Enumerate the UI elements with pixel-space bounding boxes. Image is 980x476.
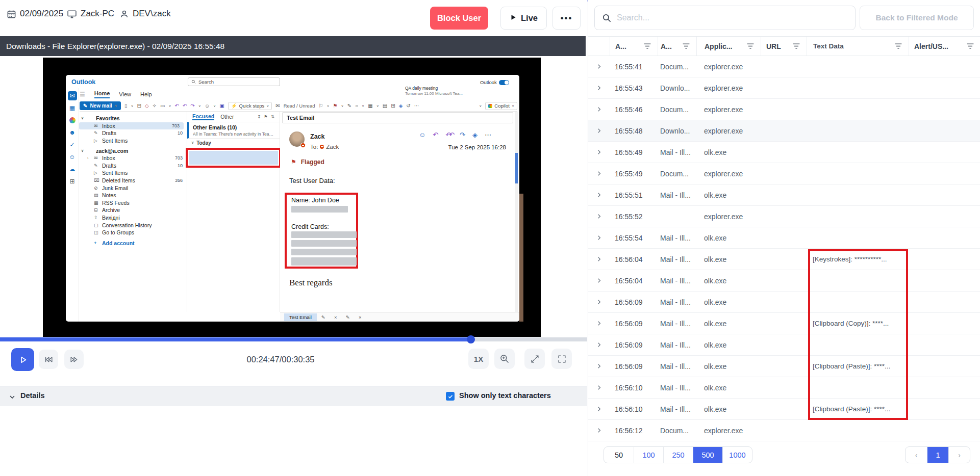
table-row[interactable]: 16:56:04 Mail - Ill... olk.exe	[588, 270, 980, 292]
cell-app: Mail - Ill...	[658, 320, 696, 328]
page-size-button[interactable]: 250	[663, 447, 693, 463]
live-button[interactable]: Live	[500, 7, 547, 30]
row-expander-icon[interactable]	[588, 320, 610, 327]
page-size-button[interactable]: 50	[604, 447, 634, 463]
pin-icon: ✎	[347, 103, 351, 109]
outlook-message-list: Focused Other ↧ ⚑ ⇅ Other Emails (10) Al…	[187, 112, 280, 312]
row-expander-icon[interactable]	[588, 341, 610, 349]
resize-button[interactable]	[524, 349, 545, 369]
table-row[interactable]: 16:56:09 Mail - Ill... olk.exe [Clipboar…	[588, 313, 980, 334]
row-expander-icon[interactable]	[588, 84, 610, 92]
row-expander-icon[interactable]	[588, 384, 610, 391]
closing-line: Best regards	[289, 278, 333, 288]
row-expander-icon[interactable]	[588, 148, 610, 156]
more-options-button[interactable]: •••	[552, 7, 581, 30]
zoom-in-button[interactable]	[494, 349, 515, 369]
table-row[interactable]: 16:56:04 Mail - Ill... olk.exe [Keystrok…	[588, 249, 980, 270]
table-row[interactable]: 16:55:43 Downlo... explorer.exe	[588, 77, 980, 99]
page-size-button[interactable]: 100	[634, 447, 663, 463]
header-text-data[interactable]: Text Data	[807, 37, 909, 56]
table-row[interactable]: 16:55:46 Docum... explorer.exe	[588, 99, 980, 120]
show-only-text-checkbox[interactable]	[446, 392, 455, 401]
folder-item: ▷ Sent Items	[79, 137, 187, 145]
cell-activity-time: 16:55:41	[610, 63, 658, 71]
back-to-filtered-mode-button[interactable]: Back to Filtered Mode	[860, 6, 974, 30]
folder-label: Inbox	[102, 155, 172, 161]
magnifier-plus-icon	[499, 354, 510, 364]
row-expander-icon[interactable]	[588, 170, 610, 177]
row-expander-icon[interactable]	[588, 213, 610, 220]
notification-title: QA daily meeting	[405, 86, 476, 91]
row-expander-icon[interactable]	[588, 105, 610, 113]
header-url[interactable]: URL	[761, 37, 807, 56]
table-row[interactable]: 16:56:09 Mail - Ill... olk.exe [Clipboar…	[588, 356, 980, 377]
table-row[interactable]: 16:55:49 Docum... explorer.exe	[588, 163, 980, 184]
row-expander-icon[interactable]	[588, 362, 610, 370]
row-expander-icon[interactable]	[588, 255, 610, 263]
seek-handle[interactable]	[467, 335, 475, 343]
details-toggle[interactable]: Details	[20, 391, 45, 400]
header-activity-time[interactable]: A...	[610, 37, 658, 56]
table-row[interactable]: 16:56:09 Mail - Ill... olk.exe	[588, 292, 980, 313]
current-page-button[interactable]: 1	[927, 447, 948, 463]
next-page-button[interactable]: ›	[948, 447, 970, 463]
table-row[interactable]: 16:55:48 Downlo... explorer.exe	[588, 120, 980, 142]
row-expander-icon[interactable]	[588, 191, 610, 199]
table-row[interactable]: 16:56:10 Mail - Ill... olk.exe [Clipboar…	[588, 399, 980, 420]
calendar-nav-icon: ▦	[68, 103, 77, 113]
diagonal-arrows-icon	[530, 354, 540, 364]
events-search-box[interactable]	[594, 6, 856, 30]
table-row[interactable]: 16:55:54 Mail - Ill... olk.exe	[588, 227, 980, 249]
row-expander-icon[interactable]	[588, 427, 610, 434]
session-user: DEV\zack	[119, 9, 171, 19]
table-row[interactable]: 16:56:12 Docum... explorer.exe	[588, 420, 980, 441]
row-expander-icon[interactable]	[588, 298, 610, 306]
previous-page-button[interactable]: ‹	[906, 447, 927, 463]
table-row[interactable]: 16:56:10 Mail - Ill... olk.exe	[588, 377, 980, 399]
cell-activity-time: 16:56:10	[610, 384, 658, 392]
row-expander-icon[interactable]	[588, 234, 610, 242]
teams-icon: ▣	[219, 103, 224, 109]
tab-help: Help	[140, 91, 152, 97]
fast-forward-button[interactable]	[64, 350, 84, 369]
chevron-down-icon[interactable]	[8, 393, 16, 403]
row-expander-icon[interactable]	[588, 405, 610, 413]
table-row[interactable]: 16:55:41 Docum... explorer.exe	[588, 56, 980, 77]
header-alert-usb[interactable]: Alert/US...	[909, 37, 980, 56]
chevron-down-icon: ∨	[115, 104, 117, 108]
page-size-button[interactable]: 500	[693, 447, 722, 463]
video-frame[interactable]: Outlook Search QA daily meeting Tomorrow…	[43, 58, 541, 337]
cell-text-data: [Keystrokes]: **********...	[807, 255, 909, 263]
cell-app: Docum...	[658, 63, 696, 71]
page-size-button[interactable]: 1000	[722, 447, 752, 463]
table-row[interactable]: 16:56:09 Mail - Ill... olk.exe	[588, 334, 980, 356]
search-input[interactable]	[617, 13, 848, 22]
lightning-icon: ⚡	[231, 103, 237, 109]
block-user-button[interactable]: Block User	[430, 7, 488, 30]
speed-button[interactable]: 1X	[468, 349, 489, 369]
flag-icon: ⚑	[333, 103, 338, 109]
header-app[interactable]: A...	[658, 37, 696, 56]
cell-application: explorer.exe	[696, 63, 761, 71]
list-toolbar-icons: ↧ ⚑ ⇅	[257, 114, 274, 119]
seek-bar[interactable]	[0, 337, 587, 341]
row-expander-icon[interactable]	[588, 127, 610, 135]
outlook-reading-pane: Test Email Zack To: Zack ☺ ↶ ↶↶ ↷ ◈ ⋯	[280, 112, 519, 312]
meeting-notification: QA daily meeting Tomorrow 11:00 Microsof…	[405, 86, 476, 96]
rewind-button[interactable]	[39, 350, 58, 369]
chevron-down-icon: ∨	[168, 104, 171, 108]
pencil-icon: ✎	[342, 314, 354, 320]
folder-icon: ▦	[94, 200, 99, 205]
row-expander-icon[interactable]	[588, 63, 610, 70]
fullscreen-button[interactable]	[551, 349, 572, 369]
table-row[interactable]: 16:55:51 Mail - Ill... olk.exe	[588, 184, 980, 206]
live-play-icon	[510, 13, 517, 23]
table-row[interactable]: 16:55:49 Mail - Ill... olk.exe	[588, 142, 980, 163]
row-expander-icon[interactable]	[588, 277, 610, 284]
header-application[interactable]: Applic...	[696, 37, 761, 56]
calendar-icon	[7, 9, 16, 19]
play-button[interactable]	[11, 348, 34, 371]
table-row[interactable]: 16:55:52 explorer.exe	[588, 206, 980, 227]
playback-time: 00:24:47/00:30:35	[219, 355, 342, 364]
cell-application: olk.exe	[696, 255, 761, 263]
